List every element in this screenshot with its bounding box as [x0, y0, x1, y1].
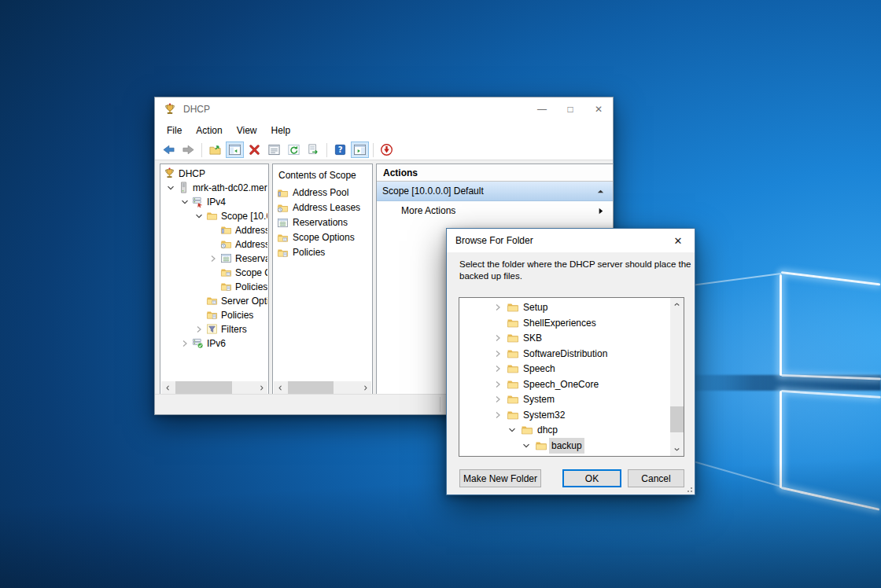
folder-tree-item[interactable]: backup: [459, 438, 670, 454]
list-item[interactable]: Address Pool: [273, 186, 372, 200]
expander-collapsed-icon[interactable]: [492, 363, 503, 374]
menu-item-view[interactable]: View: [230, 123, 264, 138]
toolbar-button-console-tree-toggle-icon[interactable]: [226, 141, 244, 158]
folder-tree-item[interactable]: dhcp: [459, 422, 670, 438]
expander-collapsed-icon[interactable]: [179, 338, 190, 349]
ok-button[interactable]: OK: [562, 469, 621, 487]
expander-expanded-icon[interactable]: [507, 424, 518, 435]
expander-collapsed-icon[interactable]: [492, 348, 503, 359]
dialog-titlebar[interactable]: Browse For Folder ✕: [447, 229, 695, 252]
folder-tree-scrollbar[interactable]: [670, 298, 684, 456]
folder-tree-item[interactable]: System: [459, 391, 670, 407]
make-new-folder-button[interactable]: Make New Folder: [459, 469, 541, 487]
expander-collapsed-icon[interactable]: [492, 394, 503, 405]
folder-tree-item[interactable]: ShellExperiences: [459, 315, 670, 331]
browse-for-folder-dialog: Browse For Folder ✕ Select the folder wh…: [446, 228, 695, 495]
folder-icon: [507, 378, 519, 391]
tree-item[interactable]: Scope [10.0.0.0] Default: [161, 209, 267, 223]
tree-item[interactable]: Server Options: [161, 294, 267, 308]
menu-item-file[interactable]: File: [160, 123, 189, 138]
expander-collapsed-icon[interactable]: [492, 333, 503, 344]
menu-item-action[interactable]: Action: [189, 123, 229, 138]
list-item[interactable]: Address Leases: [273, 200, 372, 215]
tree-item[interactable]: IPv6: [161, 336, 267, 351]
expander-expanded-icon[interactable]: [179, 197, 190, 208]
resize-grip[interactable]: [686, 486, 692, 492]
scroll-up-arrow[interactable]: [670, 298, 684, 311]
toolbar-button-refresh-icon[interactable]: [285, 141, 303, 158]
tree-item-label: Server Options: [221, 294, 267, 308]
contents-horizontal-scrollbar[interactable]: [274, 381, 371, 394]
folder-tree-item[interactable]: SKB: [459, 330, 670, 346]
address-leases-icon: [220, 238, 232, 250]
collapse-icon[interactable]: [596, 187, 605, 196]
toolbar-button-export-list-icon[interactable]: [304, 141, 323, 158]
expander-collapsed-icon[interactable]: [194, 324, 205, 335]
toolbar-separator: [373, 143, 374, 157]
maximize-button[interactable]: □: [556, 97, 584, 120]
toolbar-button-action-pane-toggle-icon[interactable]: [351, 141, 369, 158]
dialog-close-button[interactable]: ✕: [662, 229, 695, 252]
list-item[interactable]: Reservations: [273, 215, 372, 230]
scroll-right-arrow[interactable]: [359, 381, 371, 394]
tree-item[interactable]: Scope Options: [161, 266, 267, 280]
tree-item-label: Filters: [221, 322, 247, 336]
folder-tree-item[interactable]: SoftwareDistribution: [459, 346, 670, 362]
expander-collapsed-icon[interactable]: [492, 379, 503, 390]
toolbar-button-delete-icon[interactable]: [245, 141, 264, 158]
expander-expanded-icon[interactable]: [165, 182, 176, 193]
scroll-right-arrow[interactable]: [255, 381, 267, 394]
delete-icon: [248, 143, 261, 156]
folder-tree-item[interactable]: Speech: [459, 361, 670, 377]
folder-tree-item[interactable]: System32: [459, 407, 670, 423]
actions-group-title: Scope [10.0.0.0] Default: [382, 186, 484, 197]
expander-collapsed-icon[interactable]: [492, 410, 503, 421]
list-item[interactable]: Policies: [273, 245, 372, 260]
tree-item[interactable]: mrk-ath-dc02.mer: [161, 181, 267, 195]
toolbar-button-back-icon[interactable]: [160, 141, 178, 158]
status-bar-separator: [440, 397, 440, 412]
minimize-button[interactable]: —: [528, 97, 556, 120]
more-actions-item[interactable]: More Actions: [377, 201, 613, 221]
close-button[interactable]: ✕: [584, 97, 613, 120]
tree-item[interactable]: Policies: [161, 308, 267, 322]
scope-options-icon: [277, 232, 289, 244]
folder-tree-item[interactable]: Setup: [459, 300, 670, 315]
tree-item[interactable]: Filters: [161, 322, 267, 336]
scroll-left-arrow[interactable]: [274, 381, 286, 394]
folder-tree-item[interactable]: Speech_OneCore: [459, 377, 670, 392]
folder-icon: [507, 301, 519, 314]
tree-item[interactable]: Address Leases: [161, 237, 267, 252]
more-actions-label: More Actions: [401, 205, 455, 216]
expander-collapsed-icon[interactable]: [492, 302, 503, 313]
scroll-down-arrow[interactable]: [670, 443, 684, 456]
toolbar-button-help-icon[interactable]: ?: [331, 141, 349, 158]
tree-horizontal-scrollbar[interactable]: [161, 381, 267, 394]
scrollbar-thumb[interactable]: [288, 381, 334, 394]
menu-item-help[interactable]: Help: [264, 123, 298, 138]
toolbar-button-folder-export-icon[interactable]: [206, 141, 224, 158]
scrollbar-thumb[interactable]: [175, 381, 232, 394]
tree-item[interactable]: Reservations: [161, 252, 267, 266]
toolbar-button-backup-progress-icon[interactable]: [378, 141, 396, 158]
toolbar-button-properties-icon[interactable]: [265, 141, 283, 158]
list-item[interactable]: Scope Options: [273, 230, 372, 245]
tree-item-label: Address Pool: [235, 223, 267, 237]
list-item-label: Address Pool: [293, 186, 348, 200]
scrollbar-thumb[interactable]: [670, 406, 684, 432]
folder-icon: [507, 317, 519, 329]
tree-item[interactable]: IPv4: [161, 195, 267, 209]
ipv4-icon: [192, 196, 204, 208]
dhcp-titlebar[interactable]: DHCP — □ ✕: [155, 97, 613, 120]
folder-tree-item[interactable]: [459, 453, 670, 456]
cancel-button[interactable]: Cancel: [628, 469, 684, 487]
expander-expanded-icon[interactable]: [521, 440, 532, 451]
tree-item[interactable]: DHCP: [161, 167, 267, 181]
toolbar-button-forward-icon[interactable]: [179, 141, 197, 158]
scroll-left-arrow[interactable]: [161, 381, 174, 394]
tree-item[interactable]: Policies: [161, 280, 267, 294]
expander-expanded-icon[interactable]: [194, 211, 205, 222]
actions-scope-group[interactable]: Scope [10.0.0.0] Default: [377, 182, 613, 201]
expander-collapsed-icon[interactable]: [208, 253, 219, 264]
tree-item[interactable]: Address Pool: [161, 223, 267, 237]
